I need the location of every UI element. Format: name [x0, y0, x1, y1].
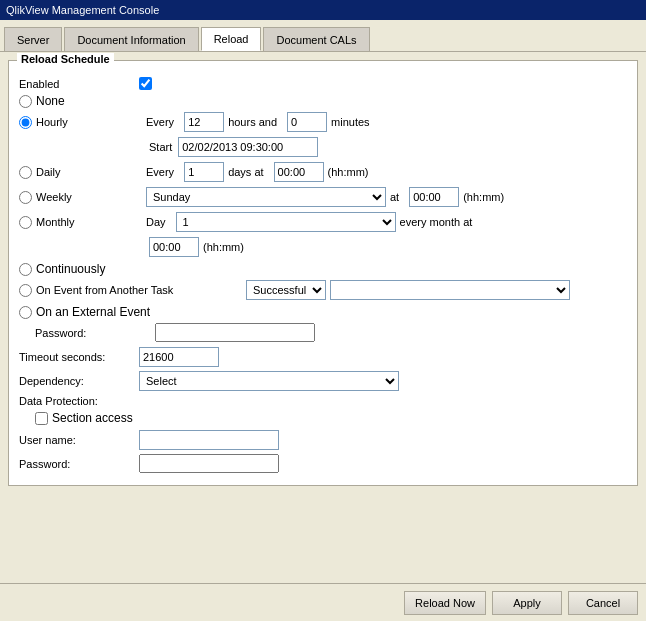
hourly-hours-input[interactable]: 12 — [184, 112, 224, 132]
event-password-label: Password: — [35, 327, 155, 339]
on-event-label: On Event from Another Task — [36, 284, 246, 296]
dependency-label: Dependency: — [19, 375, 139, 387]
none-row: None — [19, 94, 627, 108]
hourly-label: Hourly — [36, 116, 146, 128]
monthly-section: Monthly Day 12345 678910 1520252831 ever… — [19, 212, 627, 257]
monthly-every-label: every month at — [400, 216, 473, 228]
monthly-radio[interactable] — [19, 216, 32, 229]
event-password-input[interactable] — [155, 323, 315, 342]
on-event-controls: Successful Failed Aborted — [246, 280, 570, 300]
main-content: Reload Schedule Enabled None Hourly Ever… — [0, 52, 646, 583]
cancel-button[interactable]: Cancel — [568, 591, 638, 615]
data-protection-row: Data Protection: — [19, 395, 627, 407]
enabled-row: Enabled — [19, 77, 627, 90]
weekly-at-label: at — [390, 191, 399, 203]
reload-schedule-group: Reload Schedule Enabled None Hourly Ever… — [8, 60, 638, 486]
monthly-label: Monthly — [36, 216, 146, 228]
daily-row: Daily Every 1 days at 00:00 (hh:mm) — [19, 162, 627, 182]
tab-server[interactable]: Server — [4, 27, 62, 51]
on-event-section: On Event from Another Task Successful Fa… — [19, 280, 627, 300]
username-input[interactable] — [139, 430, 279, 450]
weekly-section: Weekly Sunday Monday Tuesday Wednesday T… — [19, 187, 627, 207]
weekly-day-select[interactable]: Sunday Monday Tuesday Wednesday Thursday… — [146, 187, 386, 207]
none-radio[interactable] — [19, 95, 32, 108]
weekly-radio[interactable] — [19, 191, 32, 204]
title-text: QlikView Management Console — [6, 4, 159, 16]
continuously-radio[interactable] — [19, 263, 32, 276]
section-access-row: Section access — [35, 411, 627, 425]
hourly-minutes-label: minutes — [331, 116, 370, 128]
weekly-time-input[interactable]: 00:00 — [409, 187, 459, 207]
timeout-input[interactable]: 21600 — [139, 347, 219, 367]
monthly-day-row: Day 12345 678910 1520252831 every month … — [146, 212, 478, 232]
section-access-checkbox[interactable] — [35, 412, 48, 425]
on-event-row: On Event from Another Task Successful Fa… — [19, 280, 627, 300]
hourly-hours-label: hours and — [228, 116, 277, 128]
hourly-radio[interactable] — [19, 116, 32, 129]
title-bar: QlikView Management Console — [0, 0, 646, 20]
hourly-start-row: Start 02/02/2013 09:30:00 — [149, 137, 627, 157]
continuously-row: Continuously — [19, 262, 627, 276]
hourly-minutes-input[interactable]: 0 — [287, 112, 327, 132]
hourly-start-label: Start — [149, 141, 172, 153]
weekly-day-row: Sunday Monday Tuesday Wednesday Thursday… — [146, 187, 510, 207]
hourly-start-input[interactable]: 02/02/2013 09:30:00 — [178, 137, 318, 157]
hourly-row: Hourly Every 12 hours and 0 minutes — [19, 112, 627, 132]
dependency-select[interactable]: Select — [139, 371, 399, 391]
hourly-every-label: Every — [146, 116, 174, 128]
monthly-time-input[interactable]: 00:00 — [149, 237, 199, 257]
monthly-day-label: Day — [146, 216, 166, 228]
daily-time-input[interactable]: 00:00 — [274, 162, 324, 182]
reload-now-button[interactable]: Reload Now — [404, 591, 486, 615]
dependency-row: Dependency: Select — [19, 371, 627, 391]
monthly-time-row: 00:00 (hh:mm) — [149, 237, 627, 257]
daily-days-input[interactable]: 1 — [184, 162, 224, 182]
on-event-radio[interactable] — [19, 284, 32, 297]
monthly-row: Monthly Day 12345 678910 1520252831 ever… — [19, 212, 627, 232]
hourly-every-row: Every 12 hours and 0 minutes — [146, 112, 376, 132]
event-password-row: Password: — [35, 323, 627, 342]
timeout-label: Timeout seconds: — [19, 351, 139, 363]
weekly-label: Weekly — [36, 191, 146, 203]
none-label: None — [36, 94, 65, 108]
on-event-status-select[interactable]: Successful Failed Aborted — [246, 280, 326, 300]
daily-label: Daily — [36, 166, 146, 178]
section-access-label: Section access — [52, 411, 133, 425]
username-label: User name: — [19, 434, 139, 446]
password-label: Password: — [19, 458, 139, 470]
daily-every-row: Every 1 days at 00:00 (hh:mm) — [146, 162, 375, 182]
on-external-event-row: On an External Event — [19, 305, 627, 319]
monthly-hhmm-label: (hh:mm) — [203, 241, 244, 253]
monthly-day-select[interactable]: 12345 678910 1520252831 — [176, 212, 396, 232]
footer: Reload Now Apply Cancel — [0, 583, 646, 621]
enabled-checkbox[interactable] — [139, 77, 152, 90]
daily-every-label: Every — [146, 166, 174, 178]
hourly-section: Hourly Every 12 hours and 0 minutes Star… — [19, 112, 627, 157]
timeout-row: Timeout seconds: 21600 — [19, 347, 627, 367]
on-external-event-label: On an External Event — [36, 305, 150, 319]
weekly-hhmm-label: (hh:mm) — [463, 191, 504, 203]
tab-reload[interactable]: Reload — [201, 27, 262, 51]
daily-section: Daily Every 1 days at 00:00 (hh:mm) — [19, 162, 627, 182]
username-row: User name: — [19, 430, 627, 450]
data-protection-label: Data Protection: — [19, 395, 139, 407]
on-event-task-select[interactable] — [330, 280, 570, 300]
group-box-title: Reload Schedule — [17, 53, 114, 65]
apply-button[interactable]: Apply — [492, 591, 562, 615]
password-input[interactable] — [139, 454, 279, 473]
weekly-row: Weekly Sunday Monday Tuesday Wednesday T… — [19, 187, 627, 207]
tab-bar: Server Document Information Reload Docum… — [0, 20, 646, 52]
daily-days-label: days at — [228, 166, 263, 178]
daily-radio[interactable] — [19, 166, 32, 179]
password-row: Password: — [19, 454, 627, 473]
continuously-label: Continuously — [36, 262, 105, 276]
tab-document-information[interactable]: Document Information — [64, 27, 198, 51]
daily-hhmm-label: (hh:mm) — [328, 166, 369, 178]
tab-document-cals[interactable]: Document CALs — [263, 27, 369, 51]
on-external-event-radio[interactable] — [19, 306, 32, 319]
enabled-label: Enabled — [19, 78, 139, 90]
